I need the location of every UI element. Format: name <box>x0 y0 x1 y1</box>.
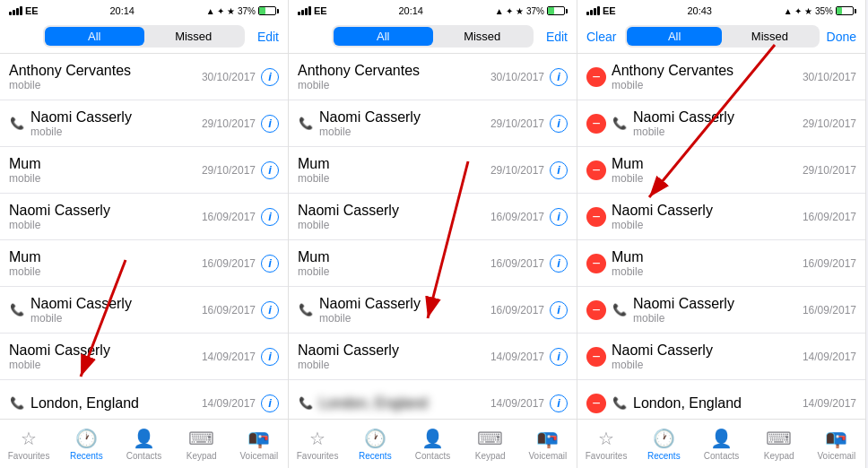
tab-bar-recents-3[interactable]: 🕐 Recents <box>635 420 692 468</box>
call-name: Naomi Casserly <box>298 203 490 219</box>
call-item: 📞 London, England 14/09/2017 i <box>0 380 288 419</box>
call-date: 16/09/2017 <box>803 304 856 316</box>
recents-icon-1: 🕐 <box>75 428 98 449</box>
call-name: London, England <box>30 395 202 412</box>
recents-icon-2: 🕐 <box>364 428 386 449</box>
call-info: Anthony Cervantes mobile <box>9 63 202 91</box>
info-button[interactable]: i <box>261 115 279 133</box>
call-date: 14/09/2017 <box>803 397 856 410</box>
call-meta: 29/10/2017 <box>803 117 856 130</box>
call-date: 16/09/2017 <box>202 304 256 316</box>
tab-bar-recents-1[interactable]: 🕐 Recents <box>57 420 115 468</box>
info-button[interactable]: i <box>550 348 568 366</box>
call-type: mobile <box>9 79 202 91</box>
info-button[interactable]: i <box>261 68 279 86</box>
delete-badge[interactable]: − <box>586 160 606 180</box>
edit-button-1[interactable]: Edit <box>252 30 279 44</box>
delete-badge[interactable]: − <box>586 394 606 413</box>
call-type: mobile <box>9 359 202 371</box>
info-button[interactable]: i <box>550 255 568 273</box>
call-info: London, England <box>319 395 490 412</box>
delete-badge[interactable]: − <box>586 114 606 134</box>
tab-all-3[interactable]: All <box>627 27 722 46</box>
call-meta: 16/09/2017 i <box>490 255 568 273</box>
call-name: Naomi Casserly <box>633 109 803 126</box>
contacts-icon-2: 👤 <box>421 428 444 449</box>
signal-bar-2 <box>301 10 304 15</box>
info-button[interactable]: i <box>261 255 279 273</box>
tab-missed-1[interactable]: Missed <box>144 27 244 46</box>
call-info: Naomi Casserly mobile <box>319 109 490 138</box>
info-button[interactable]: i <box>261 208 279 226</box>
info-button[interactable]: i <box>261 394 279 412</box>
tab-missed-2[interactable]: Missed <box>433 27 533 46</box>
info-button[interactable]: i <box>550 161 568 179</box>
tab-all-2[interactable]: All <box>334 27 433 46</box>
info-button[interactable]: i <box>261 161 279 179</box>
tab-missed-3[interactable]: Missed <box>722 27 817 46</box>
call-item: 📞 Naomi Casserly mobile 16/09/2017 i <box>0 287 288 334</box>
status-right-1: ▲ ✦ ★ 37% <box>206 6 279 16</box>
call-item: − 📞 Naomi Casserly mobile 29/10/2017 <box>577 100 865 147</box>
time-1: 20:14 <box>109 5 135 16</box>
tab-bar-contacts-3[interactable]: 👤 Contacts <box>692 420 750 468</box>
info-button[interactable]: i <box>550 68 568 86</box>
call-date: 30/10/2017 <box>490 71 544 83</box>
edit-button-2[interactable]: Edit <box>541 30 568 44</box>
status-left-2: EE <box>298 5 327 16</box>
call-item: Anthony Cervantes mobile 30/10/2017 i <box>0 54 288 100</box>
delete-badge[interactable]: − <box>586 254 606 273</box>
call-name: Mum <box>298 156 490 172</box>
call-info: Mum mobile <box>612 156 803 185</box>
tab-all-1[interactable]: All <box>45 27 144 46</box>
delete-badge[interactable]: − <box>586 207 606 227</box>
signal-right-2: ▲ ✦ ★ 37% <box>495 6 544 16</box>
tab-bar-keypad-2[interactable]: ⌨ Keypad <box>462 420 519 468</box>
info-button[interactable]: i <box>261 301 279 319</box>
signal-bar-2 <box>13 10 15 15</box>
delete-badge[interactable]: − <box>586 300 606 320</box>
tab-bar-favourites-3[interactable]: ☆ Favourites <box>577 420 635 468</box>
tab-bar-favourites-2[interactable]: ☆ Favourites <box>289 420 346 468</box>
call-meta: 29/10/2017 i <box>202 115 279 133</box>
info-button[interactable]: i <box>550 115 568 133</box>
tab-bar-contacts-1[interactable]: 👤 Contacts <box>115 420 172 468</box>
recents-label-3: Recents <box>647 451 681 461</box>
call-date: 14/09/2017 <box>490 397 544 410</box>
tab-bar-voicemail-1[interactable]: 📭 Voicemail <box>230 420 288 468</box>
battery-3 <box>836 6 856 15</box>
call-item-left: Mum mobile <box>612 249 803 278</box>
clear-button-3[interactable]: Clear <box>586 30 618 44</box>
call-info: Naomi Casserly mobile <box>612 203 803 231</box>
tab-bar-contacts-2[interactable]: 👤 Contacts <box>404 420 461 468</box>
tab-bar-favourites-1[interactable]: ☆ Favourites <box>0 420 57 468</box>
info-button[interactable]: i <box>550 208 568 226</box>
call-type: mobile <box>298 172 490 185</box>
call-meta: 14/09/2017 <box>803 351 856 363</box>
delete-badge[interactable]: − <box>586 347 606 367</box>
contacts-icon-3: 👤 <box>710 428 733 449</box>
call-meta: 14/09/2017 <box>803 397 856 410</box>
call-type: mobile <box>633 312 803 325</box>
tab-bar-keypad-1[interactable]: ⌨ Keypad <box>173 420 230 468</box>
info-button[interactable]: i <box>550 301 568 319</box>
done-button-3[interactable]: Done <box>827 30 856 44</box>
tab-bar-voicemail-3[interactable]: 📭 Voicemail <box>808 420 865 468</box>
delete-badge[interactable]: − <box>586 67 606 87</box>
contacts-label-3: Contacts <box>704 451 739 461</box>
call-name: Naomi Casserly <box>612 203 803 219</box>
battery-fill-3 <box>837 7 842 14</box>
tab-bar-recents-2[interactable]: 🕐 Recents <box>346 420 404 468</box>
voicemail-label-3: Voicemail <box>818 451 856 461</box>
tab-bar-voicemail-2[interactable]: 📭 Voicemail <box>519 420 577 468</box>
call-item: − Mum mobile 16/09/2017 <box>577 240 865 287</box>
keypad-icon-3: ⌨ <box>766 428 792 449</box>
tab-bar-keypad-3[interactable]: ⌨ Keypad <box>751 420 808 468</box>
tab-row-1: All Missed Edit <box>9 25 279 48</box>
info-button[interactable]: i <box>261 348 279 366</box>
call-item: 📞 Naomi Casserly mobile 16/09/2017 i <box>289 287 577 334</box>
voicemail-icon-1: 📭 <box>247 428 270 449</box>
tab-bar-2: ☆ Favourites 🕐 Recents 👤 Contacts ⌨ Keyp… <box>289 419 577 468</box>
call-item: − 📞 Naomi Casserly mobile 16/09/2017 <box>577 287 865 334</box>
info-button[interactable]: i <box>550 394 568 412</box>
